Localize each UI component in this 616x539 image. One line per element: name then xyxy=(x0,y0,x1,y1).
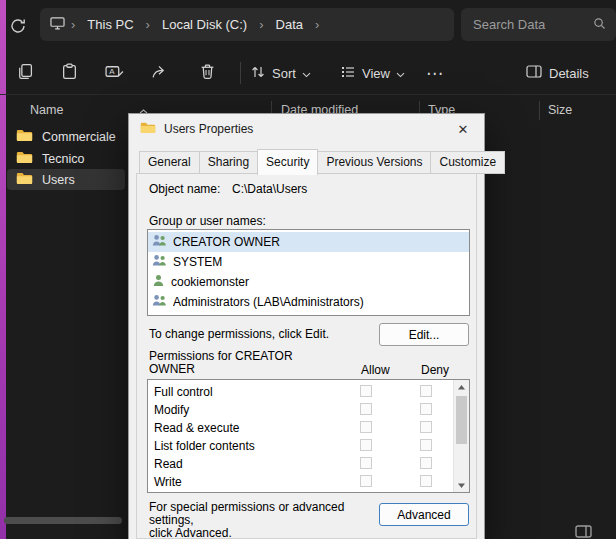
view-icon xyxy=(340,64,356,83)
group-row-creator-owner[interactable]: CREATOR OWNER xyxy=(148,232,469,252)
refresh-icon xyxy=(9,17,27,38)
search-box[interactable] xyxy=(461,8,616,41)
permission-row-list-folder-contents[interactable]: List folder contents xyxy=(148,437,469,455)
group-list-label: Group or user names: xyxy=(149,214,266,228)
permission-row-write[interactable]: Write xyxy=(148,473,469,491)
dialog-tabstrip: General Sharing Security Previous Versio… xyxy=(139,152,505,174)
share-button[interactable] xyxy=(143,57,175,89)
tab-sharing[interactable]: Sharing xyxy=(200,151,258,174)
dialog-title: Users Properties xyxy=(164,122,253,136)
view-button[interactable]: View xyxy=(336,57,409,89)
group-row-administrators[interactable]: Administrators (LAB\Administrators) xyxy=(148,292,469,312)
tab-security[interactable]: Security xyxy=(257,149,318,175)
breadcrumb-local-disk-c[interactable]: Local Disk (C:) xyxy=(156,15,253,34)
permission-name: Read & execute xyxy=(154,421,239,435)
column-header-size[interactable]: Size xyxy=(548,103,572,117)
deny-checkbox[interactable] xyxy=(420,439,432,451)
folder-name: Users xyxy=(42,173,75,187)
tab-customize[interactable]: Customize xyxy=(431,151,505,174)
refresh-button[interactable] xyxy=(7,16,29,38)
address-bar[interactable]: › This PC › Local Disk (C:) › Data › xyxy=(40,8,454,41)
copy-icon xyxy=(16,63,33,83)
user-row-cookiemonster[interactable]: cookiemonster xyxy=(148,272,469,292)
deny-checkbox[interactable] xyxy=(420,385,432,397)
folder-row-tecnico[interactable]: Tecnico xyxy=(7,148,125,169)
copy-button[interactable] xyxy=(8,57,40,89)
group-icon xyxy=(152,234,167,250)
folder-row-users[interactable]: Users xyxy=(7,169,125,190)
group-row-system[interactable]: SYSTEM xyxy=(148,252,469,272)
deny-checkbox[interactable] xyxy=(420,421,432,433)
group-name: CREATOR OWNER xyxy=(173,235,280,249)
permission-name: Write xyxy=(154,475,182,489)
vertical-scrollbar[interactable] xyxy=(453,380,469,492)
paste-icon xyxy=(61,63,78,83)
details-label: Details xyxy=(549,66,589,81)
breadcrumb-chevron: › xyxy=(313,17,321,32)
group-name: SYSTEM xyxy=(173,255,222,269)
allow-checkbox[interactable] xyxy=(360,385,372,397)
view-label: View xyxy=(362,66,390,81)
object-name-label: Object name: xyxy=(149,182,220,196)
tab-previous-versions[interactable]: Previous Versions xyxy=(318,151,431,174)
permission-row-read-execute[interactable]: Read & execute xyxy=(148,419,469,437)
svg-text:A: A xyxy=(109,67,115,76)
advanced-hint: For special permissions or advanced sett… xyxy=(149,501,384,539)
scrollbar-thumb[interactable] xyxy=(456,396,467,444)
details-pane-icon xyxy=(526,65,542,81)
allow-checkbox[interactable] xyxy=(360,457,372,469)
dialog-titlebar[interactable]: Users Properties ✕ xyxy=(129,114,484,144)
scroll-up-icon[interactable] xyxy=(454,380,469,394)
breadcrumb-this-pc[interactable]: This PC xyxy=(81,15,139,34)
permission-row-modify[interactable]: Modify xyxy=(148,401,469,419)
edit-button[interactable]: Edit... xyxy=(379,323,469,346)
folder-row-commerciale[interactable]: Commerciale xyxy=(7,126,125,147)
view-toggle-icon[interactable] xyxy=(575,524,592,539)
permissions-listbox[interactable]: Full control Modify Read & execute List … xyxy=(147,379,470,493)
folder-icon xyxy=(140,121,156,137)
column-separator[interactable] xyxy=(539,101,540,120)
rename-button[interactable]: A xyxy=(98,57,130,89)
column-header-name[interactable]: Name xyxy=(30,103,63,117)
allow-checkbox[interactable] xyxy=(360,475,372,487)
paste-button[interactable] xyxy=(53,57,85,89)
details-button[interactable]: Details xyxy=(520,57,595,89)
deny-checkbox[interactable] xyxy=(420,475,432,487)
horizontal-scrollbar[interactable] xyxy=(4,517,122,524)
permission-row-full-control[interactable]: Full control xyxy=(148,383,469,401)
breadcrumb-chevron: › xyxy=(69,17,77,32)
this-pc-icon xyxy=(50,16,65,34)
chevron-down-icon xyxy=(302,66,311,81)
delete-button[interactable] xyxy=(191,57,223,89)
sort-button[interactable]: Sort xyxy=(246,57,315,89)
search-input[interactable] xyxy=(471,16,593,33)
close-button[interactable]: ✕ xyxy=(448,117,478,141)
group-icon xyxy=(152,254,167,270)
folder-icon xyxy=(16,171,33,188)
deny-checkbox[interactable] xyxy=(420,403,432,415)
toolbar-separator xyxy=(240,62,241,84)
share-icon xyxy=(151,63,168,83)
sort-label: Sort xyxy=(272,66,296,81)
users-properties-dialog: Users Properties ✕ General Sharing Secur… xyxy=(128,113,485,539)
tab-general[interactable]: General xyxy=(139,151,200,174)
deny-checkbox[interactable] xyxy=(420,457,432,469)
breadcrumb-data[interactable]: Data xyxy=(270,15,309,34)
folder-name: Commerciale xyxy=(42,130,116,144)
allow-checkbox[interactable] xyxy=(360,403,372,415)
scroll-down-icon[interactable] xyxy=(454,478,469,492)
group-icon xyxy=(152,294,167,310)
edit-hint: To change permissions, click Edit. xyxy=(149,327,329,341)
allow-checkbox[interactable] xyxy=(360,439,372,451)
permission-row-read[interactable]: Read xyxy=(148,455,469,473)
group-user-listbox[interactable]: CREATOR OWNER SYSTEM cookiemonster Admin… xyxy=(147,229,470,316)
advanced-button[interactable]: Advanced xyxy=(379,503,469,526)
more-options-button[interactable]: ⋯ xyxy=(420,57,450,89)
search-icon xyxy=(593,16,606,34)
permissions-for-label: Permissions for CREATOROWNER xyxy=(149,350,329,376)
allow-checkbox[interactable] xyxy=(360,421,372,433)
user-name: cookiemonster xyxy=(171,275,249,289)
chevron-down-icon xyxy=(396,66,405,81)
explorer-window: › This PC › Local Disk (C:) › Data › A S… xyxy=(0,0,616,539)
rename-icon: A xyxy=(105,63,124,83)
